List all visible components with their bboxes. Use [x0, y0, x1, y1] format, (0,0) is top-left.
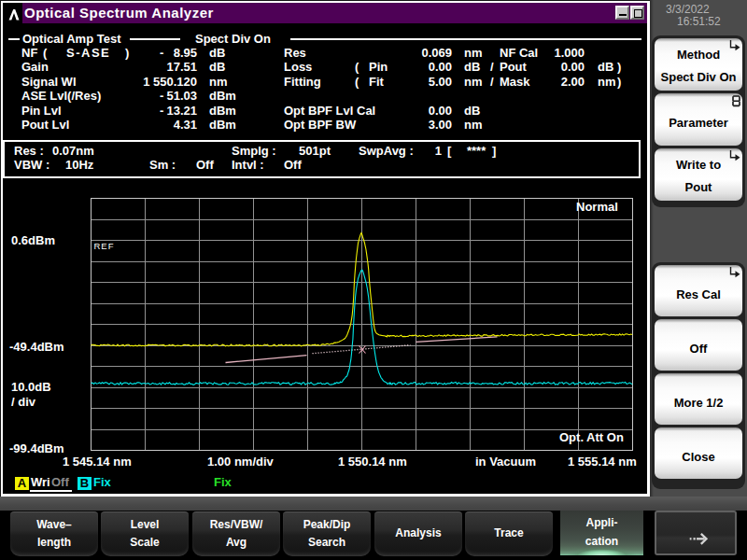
- svg-text:REF: REF: [94, 241, 115, 251]
